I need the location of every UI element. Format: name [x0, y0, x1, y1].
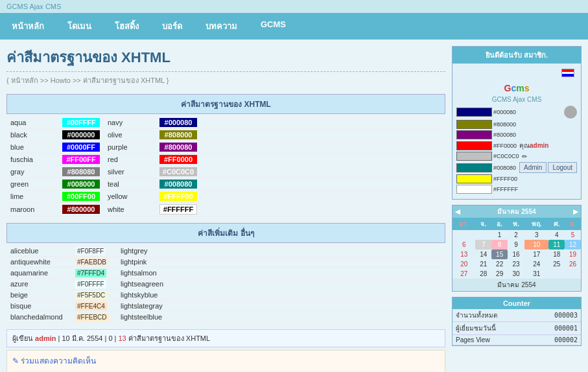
- cal-prev[interactable]: ◀: [455, 208, 460, 215]
- calendar-day[interactable]: 28: [475, 269, 491, 279]
- swatch-row-1: #000080: [456, 106, 577, 119]
- extra-color-swatch-2: [182, 257, 445, 268]
- color-swatch-2: #008080: [156, 178, 445, 191]
- extra-color-name-2: lightskyblue: [117, 290, 182, 301]
- color-name-2: red: [104, 154, 156, 166]
- extra-color-name-2: lightpink: [117, 257, 182, 268]
- logo-s: s: [524, 83, 530, 93]
- table-row: fuschia #FF00FF red #FF0000: [6, 154, 445, 166]
- thai-flag: [561, 69, 574, 77]
- calendar-day[interactable]: 21: [475, 259, 491, 269]
- color-swatch-2: #808000: [156, 129, 445, 141]
- calendar-day[interactable]: 26: [565, 259, 581, 269]
- nav-hosting[interactable]: โฮสดิ้ง: [103, 13, 150, 40]
- counter-label: ผู้เยี่ยมชมวันนี้: [453, 322, 532, 335]
- table-row: maroon #800000 white #FFFFFF: [6, 203, 445, 216]
- table-row: aliceblue #F0F8FF lightgrey: [6, 246, 445, 257]
- color-swatch-2: #FFFF00: [156, 191, 445, 203]
- logo-m: m: [516, 83, 524, 93]
- calendar-day[interactable]: 15: [491, 250, 508, 259]
- calendar-day[interactable]: 11: [548, 240, 565, 250]
- flag-row: [456, 67, 577, 80]
- post-date: 10 มี.ค. 2554: [62, 334, 102, 342]
- cal-next[interactable]: ▶: [573, 208, 578, 215]
- calendar-day: [565, 269, 581, 279]
- login-box-content: Gcms GCMS Ajax CMS #000080 #808000 #8000…: [453, 64, 581, 199]
- calendar-day[interactable]: 8: [491, 240, 508, 250]
- calendar-week-row: 20212223242526: [453, 259, 581, 269]
- calendar-day[interactable]: 17: [524, 250, 548, 259]
- nav-gcms[interactable]: GCMS: [249, 13, 298, 40]
- color-name-1: lime: [6, 191, 58, 203]
- calendar-day[interactable]: 31: [524, 269, 548, 279]
- calendar-day[interactable]: 5: [565, 230, 581, 240]
- swatch-silver-text: #C0C0C0: [493, 153, 519, 159]
- nav-home[interactable]: หน้าหลัก: [0, 13, 56, 40]
- nav-board[interactable]: บอร์ด: [150, 13, 194, 40]
- extra-color-swatch-1: #FFEBCD: [71, 312, 117, 323]
- extra-color-name-1: azure: [6, 279, 71, 290]
- table-row: green #008000 teal #008080: [6, 178, 445, 191]
- post-comments: 13: [118, 334, 126, 342]
- calendar-title: มีนาคม 2554: [497, 207, 535, 216]
- swatch-teal: [456, 163, 492, 172]
- extra-color-name-2: lightgrey: [117, 246, 182, 257]
- extra-color-name-1: blanchedalmond: [6, 312, 71, 323]
- counter-label: Pages View: [453, 335, 532, 345]
- standard-colors-table: aqua #00FFFF navy #000080 black #000000 …: [6, 117, 445, 216]
- calendar-day[interactable]: 18: [548, 250, 565, 259]
- calendar-day[interactable]: 30: [508, 269, 524, 279]
- cal-day-header: พ.: [508, 218, 524, 230]
- calendar-day[interactable]: 14: [475, 250, 491, 259]
- post-article-label: ค่าสีมาตรฐานของ XHTML: [128, 334, 210, 342]
- extra-color-name-1: beige: [6, 290, 71, 301]
- calendar-day[interactable]: 19: [565, 250, 581, 259]
- extra-color-name-1: antiquewhite: [6, 257, 71, 268]
- calendar-day[interactable]: 25: [548, 259, 565, 269]
- color-swatch-1: #FF00FF: [58, 154, 104, 166]
- counter-value: 000003: [532, 309, 581, 322]
- comment-link[interactable]: ✎ ร่วมแสดงความคิดเห็น: [12, 355, 440, 367]
- icon-circle: [564, 106, 577, 119]
- calendar-week-row: 2728293031: [453, 269, 581, 279]
- counter-value: 000002: [532, 335, 581, 345]
- extra-color-name-1: aquamarine: [6, 268, 71, 279]
- counter-row: ผู้เยี่ยมชมวันนี้ 000001: [453, 322, 581, 335]
- swatch-row-4: #FF0000 คุณ admin: [456, 141, 577, 150]
- calendar-day[interactable]: 2: [508, 230, 524, 240]
- calendar-day[interactable]: 12: [565, 240, 581, 250]
- calendar-day[interactable]: 23: [508, 259, 524, 269]
- table-row: bisque #FFE4C4 lightslategray: [6, 301, 445, 312]
- color-name-1: black: [6, 129, 58, 141]
- calendar-day[interactable]: 29: [491, 269, 508, 279]
- cal-day-header: ส.: [565, 218, 581, 230]
- login-box: ยินดีต้อนรับ สมาชิก. Gcms GCMS Ajax CMS …: [452, 46, 582, 200]
- calendar-day[interactable]: 7: [475, 240, 491, 250]
- calendar-day[interactable]: 10: [524, 240, 548, 250]
- admin-button[interactable]: Admin: [519, 162, 547, 173]
- calendar-day[interactable]: 13: [453, 250, 475, 259]
- color-swatch-1: #000000: [58, 129, 104, 141]
- calendar-day[interactable]: 27: [453, 269, 475, 279]
- nav-domain[interactable]: โดเมน: [56, 13, 103, 40]
- breadcrumb: { หน้าหลัก >> Howto >> ค่าสีมาตรฐานของ X…: [6, 71, 445, 86]
- calendar-day[interactable]: 4: [548, 230, 565, 240]
- login-box-header: ยินดีต้อนรับ สมาชิก.: [453, 47, 581, 64]
- calendar-day[interactable]: 16: [508, 250, 524, 259]
- calendar-day[interactable]: 9: [508, 240, 524, 250]
- counter-row: จำนวนทั้งหมด 000003: [453, 309, 581, 322]
- swatch-row-7: #FFFF00: [456, 174, 577, 183]
- calendar-day[interactable]: 6: [453, 240, 475, 250]
- swatch-navy: [456, 108, 492, 117]
- logout-button[interactable]: Logout: [548, 162, 577, 173]
- calendar-day[interactable]: 3: [524, 230, 548, 240]
- color-name-2: yellow: [104, 191, 156, 203]
- calendar-day[interactable]: 24: [524, 259, 548, 269]
- nav-articles[interactable]: บทความ: [194, 13, 249, 40]
- calendar-day[interactable]: 20: [453, 259, 475, 269]
- swatch-teal-text: #008080: [493, 165, 516, 171]
- calendar-day[interactable]: 1: [491, 230, 508, 240]
- calendar-day[interactable]: 22: [491, 259, 508, 269]
- calendar-day: [548, 269, 565, 279]
- extra-color-swatch-1: #F0F8FF: [71, 246, 117, 257]
